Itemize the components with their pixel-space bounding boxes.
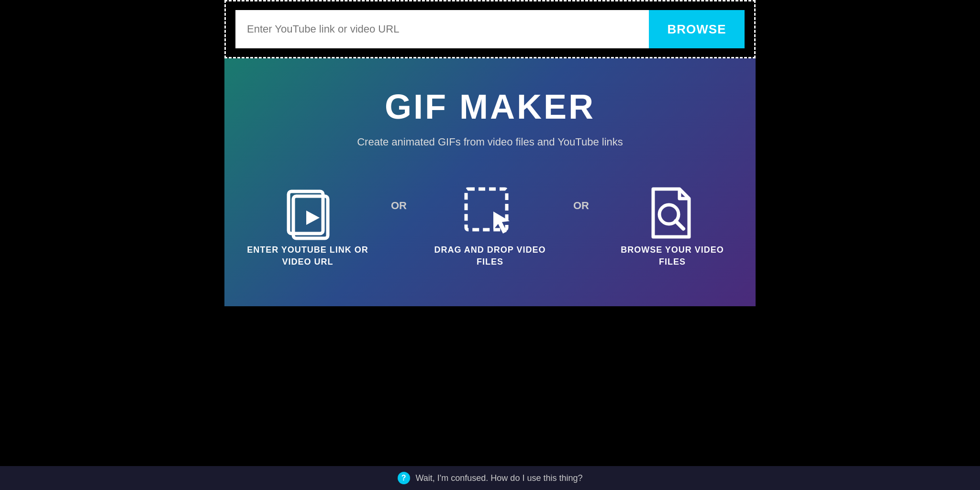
url-input[interactable] <box>235 10 649 48</box>
option-drag-drop[interactable]: DRAG AND DROP VIDEOFILES <box>426 182 554 268</box>
browse-files-icon <box>641 182 703 244</box>
video-file-icon <box>277 182 339 244</box>
options-row: ENTER YOUTUBE LINK ORVIDEO URL OR DRAG A… <box>244 182 736 268</box>
question-icon: ? <box>398 472 410 484</box>
option-drag-drop-label: DRAG AND DROP VIDEOFILES <box>434 244 546 268</box>
help-text: Wait, I'm confused. How do I use this th… <box>416 473 583 483</box>
url-bar-wrapper: BROWSE <box>224 0 756 58</box>
svg-line-6 <box>676 221 683 229</box>
url-bar-inner: BROWSE <box>235 10 745 48</box>
option-browse-files[interactable]: BROWSE YOUR VIDEO FILES <box>608 182 736 268</box>
page-subtitle: Create animated GIFs from video files an… <box>357 136 623 148</box>
option-youtube-link[interactable]: ENTER YOUTUBE LINK ORVIDEO URL <box>244 182 372 268</box>
option-browse-label: BROWSE YOUR VIDEO FILES <box>608 244 736 268</box>
option-youtube-label: ENTER YOUTUBE LINK ORVIDEO URL <box>247 244 368 268</box>
drag-drop-icon <box>459 182 521 244</box>
svg-marker-2 <box>306 211 320 225</box>
page-title: GIF MAKER <box>385 87 595 126</box>
help-bar[interactable]: ? Wait, I'm confused. How do I use this … <box>0 466 980 490</box>
app-container: BROWSE GIF MAKER Create animated GIFs fr… <box>224 0 756 306</box>
main-section: GIF MAKER Create animated GIFs from vide… <box>224 58 756 306</box>
browse-button[interactable]: BROWSE <box>649 10 745 48</box>
or-separator-1: OR <box>391 200 407 250</box>
or-separator-2: OR <box>573 200 589 250</box>
